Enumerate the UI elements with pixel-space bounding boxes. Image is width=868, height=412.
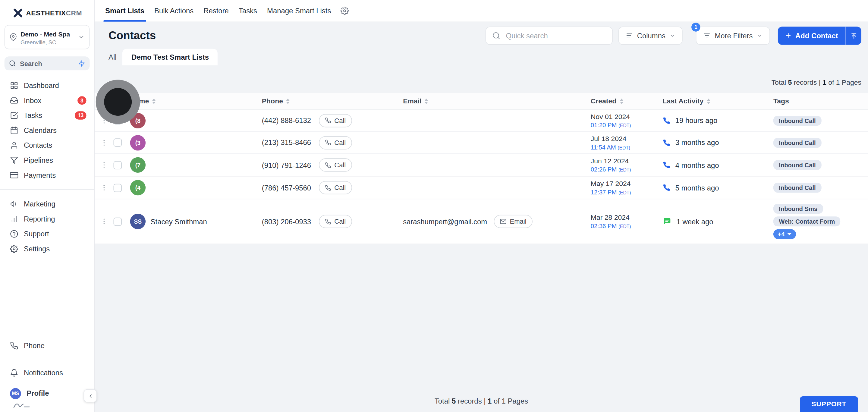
phone-number: (786) 457-9560: [262, 184, 311, 192]
contact-name[interactable]: Stacey Smithman: [151, 217, 207, 226]
contacts-icon: [10, 141, 19, 150]
topnav-tab-restore[interactable]: Restore: [198, 0, 234, 22]
column-header-email[interactable]: Email: [403, 97, 591, 105]
topnav-tab-tasks[interactable]: Tasks: [234, 0, 262, 22]
call-button[interactable]: Call: [319, 215, 352, 228]
columns-button[interactable]: Columns: [618, 26, 683, 44]
last-activity-text: 5 months ago: [675, 184, 719, 192]
row-menu-icon[interactable]: [95, 117, 113, 124]
avatar: SS: [130, 214, 146, 229]
topnav-tab-manage-smart-lists[interactable]: Manage Smart Lists: [262, 0, 336, 22]
tab-all[interactable]: All: [102, 49, 123, 65]
chevron-down-icon: [78, 34, 85, 40]
column-header-created[interactable]: Created: [591, 97, 663, 105]
row-menu-icon[interactable]: [95, 139, 113, 147]
phone-number: (442) 888-6132: [262, 116, 311, 125]
phone-number: (803) 206-0933: [262, 217, 311, 226]
last-activity-text: 1 week ago: [676, 217, 713, 226]
quick-search[interactable]: [485, 26, 613, 44]
row-checkbox[interactable]: [114, 138, 122, 147]
bottom-logo: [0, 401, 94, 412]
add-contact-button[interactable]: Add Contact: [778, 26, 845, 44]
call-button[interactable]: Call: [319, 158, 352, 171]
sidebar-search-label: Search: [20, 59, 74, 67]
sidebar-item-marketing[interactable]: Marketing: [0, 196, 94, 212]
column-header-last-activity[interactable]: Last Activity: [663, 97, 773, 105]
avatar: (4: [130, 180, 146, 195]
sidebar-item-notifications[interactable]: Notifications: [0, 365, 94, 380]
table-row[interactable]: (7 (910) 791-1246 Call Jun 12 2024 02:26…: [95, 154, 868, 177]
header-controls: Columns 1 More Filters: [485, 26, 861, 44]
row-checkbox[interactable]: [114, 217, 122, 226]
contacts-table: Name Phone Email Created Last Activity T…: [95, 93, 868, 244]
tasks-badge: 13: [75, 111, 87, 120]
more-filters-button[interactable]: More Filters: [696, 26, 770, 44]
location-selector[interactable]: Demo - Med Spa Greenville, SC: [4, 25, 90, 50]
sidebar-item-settings[interactable]: Settings: [0, 242, 94, 256]
avatar: (8: [130, 113, 146, 128]
sidebar-item-calendars[interactable]: Calendars: [0, 123, 94, 138]
email-button[interactable]: Email: [494, 215, 532, 228]
last-activity-text: 19 hours ago: [675, 116, 717, 125]
more-tags-button[interactable]: +4: [773, 229, 796, 239]
tag: Inbound Call: [773, 137, 821, 147]
sidebar-search[interactable]: Search: [4, 56, 90, 70]
marketing-icon: [10, 200, 19, 208]
chevron-down-icon: [787, 233, 792, 235]
topnav-tab-smart-lists[interactable]: Smart Lists: [100, 0, 149, 22]
sidebar-item-tasks[interactable]: Tasks 13: [0, 108, 94, 123]
activity-phone-icon: [663, 117, 671, 124]
sidebar-item-inbox[interactable]: Inbox 3: [0, 93, 94, 108]
logo-text: AESTHETIXCRM: [26, 9, 82, 17]
sidebar-item-contacts[interactable]: Contacts: [0, 138, 94, 153]
calendar-icon: [10, 126, 19, 135]
call-button[interactable]: Call: [319, 114, 352, 127]
sidebar-item-payments[interactable]: Payments: [0, 168, 94, 183]
sidebar-item-pipelines[interactable]: Pipelines: [0, 153, 94, 168]
column-header-name[interactable]: Name: [130, 97, 262, 105]
import-contacts-button[interactable]: [845, 26, 861, 44]
table-row[interactable]: (8 (442) 888-6132 Call Nov 01 2024 01:20…: [95, 110, 868, 132]
sidebar-item-profile[interactable]: MS Profile: [0, 386, 94, 401]
phone-icon: [325, 162, 331, 168]
row-checkbox[interactable]: [114, 161, 122, 169]
settings-gear-icon[interactable]: [336, 0, 353, 22]
table-row[interactable]: SS Stacey Smithman (803) 206-0933 Call s…: [95, 199, 868, 244]
filters-count-badge: 1: [691, 22, 700, 31]
select-all-checkbox[interactable]: [114, 97, 122, 105]
sidebar-item-dashboard[interactable]: Dashboard: [0, 78, 94, 93]
columns-icon: [625, 32, 633, 39]
phone-icon: [325, 139, 331, 146]
payments-icon: [10, 171, 19, 180]
list-tabs: All Demo Test Smart Lists: [95, 49, 868, 65]
row-checkbox[interactable]: [114, 184, 122, 192]
call-button[interactable]: Call: [319, 181, 352, 194]
support-icon: [10, 230, 19, 238]
sidebar-collapse-button[interactable]: [84, 389, 97, 402]
last-activity-text: 4 months ago: [675, 161, 719, 169]
call-button[interactable]: Call: [319, 136, 352, 149]
support-button[interactable]: SUPPORT: [800, 396, 858, 412]
chevron-down-icon: [756, 32, 763, 38]
sidebar-nav: Dashboard Inbox 3 Tasks 13 Calendars Con…: [0, 78, 94, 256]
table-row[interactable]: (3 (213) 315-8466 Call Jul 18 2024 11:54…: [95, 132, 868, 154]
tab-demo-test-smart-lists[interactable]: Demo Test Smart Lists: [123, 49, 218, 65]
row-menu-icon[interactable]: [95, 184, 113, 192]
settings-icon: [10, 245, 19, 253]
sidebar-item-support[interactable]: Support: [0, 226, 94, 242]
topnav-tab-bulk-actions[interactable]: Bulk Actions: [150, 0, 198, 22]
row-menu-icon[interactable]: [95, 161, 113, 169]
location-name: Demo - Med Spa: [21, 31, 70, 38]
created-time: 02:36 PM (EDT): [591, 222, 631, 229]
column-header-phone[interactable]: Phone: [262, 97, 403, 105]
row-menu-icon[interactable]: [95, 218, 113, 225]
sidebar-item-phone[interactable]: Phone: [0, 338, 94, 353]
quick-search-input[interactable]: [505, 31, 606, 40]
bell-icon: [10, 369, 19, 377]
sidebar-item-reporting[interactable]: Reporting: [0, 212, 94, 227]
column-header-tags[interactable]: Tags: [773, 97, 868, 105]
row-checkbox[interactable]: [114, 116, 122, 125]
location-pin-icon: [9, 33, 17, 41]
table-row[interactable]: (4 (786) 457-9560 Call May 17 2024 12:37…: [95, 177, 868, 199]
inbox-icon: [10, 96, 19, 105]
